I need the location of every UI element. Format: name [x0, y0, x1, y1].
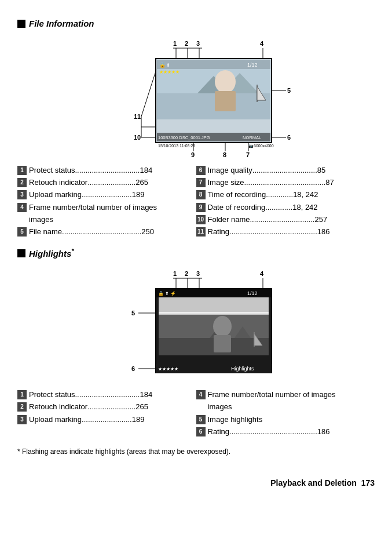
s2-info-text-4b: images — [208, 402, 371, 412]
svg-text:⬆: ⬆ — [166, 63, 170, 68]
info-text-11: Rating..................................… — [208, 227, 371, 237]
svg-rect-8 — [215, 91, 236, 111]
badge-9: 9 — [196, 203, 206, 212]
s2-info-row-6: 6 Rating................................… — [196, 427, 371, 437]
svg-text:📷6000x4000: 📷6000x4000 — [248, 143, 274, 148]
s2-badge-3: 3 — [17, 415, 27, 424]
svg-text:2: 2 — [185, 270, 188, 277]
s2-info-text-1: Protect status..........................… — [29, 390, 192, 400]
info-text-8: Time of recording.............18, 242 — [208, 190, 371, 200]
badge-6: 6 — [196, 166, 206, 175]
section1-header: File Information — [17, 17, 375, 30]
diagram1-container: 🔒 ⬆ 1/12 100B3300 DSC_0001.JPG NORMAL ★★… — [17, 35, 375, 157]
s2-info-text-5: Image highlights — [208, 414, 371, 425]
page-content: File Information — [17, 17, 375, 545]
svg-text:9: 9 — [191, 151, 195, 157]
svg-text:★★★★★: ★★★★★ — [158, 366, 178, 372]
footnote: * Flashing areas indicate highlights (ar… — [17, 447, 375, 457]
info-row-9: 9 Date of recording.............18, 242 — [196, 202, 371, 213]
svg-text:3: 3 — [196, 40, 200, 47]
svg-rect-4 — [157, 93, 270, 119]
svg-text:15/10/2013  11:03:25: 15/10/2013 11:03:25 — [158, 144, 195, 148]
section1-right-col: 6 Image quality.........................… — [196, 165, 375, 239]
s2-info-row-5: 5 Image highlights — [196, 414, 371, 425]
section2-left-col: 1 Protect status........................… — [17, 390, 196, 439]
badge-3: 3 — [17, 190, 27, 199]
info-row-10: 10 Folder name..........................… — [196, 214, 371, 225]
svg-point-7 — [215, 70, 236, 93]
s2-badge-1: 1 — [17, 390, 27, 399]
s2-info-row-3: 3 Upload marking........................… — [17, 414, 192, 425]
badge-8: 8 — [196, 190, 206, 199]
s2-info-text-2: Retouch indicator.......................… — [29, 402, 192, 412]
badge-4: 4 — [17, 203, 27, 212]
info-row-5: 4 images — [17, 214, 192, 225]
svg-text:4: 4 — [260, 270, 264, 277]
svg-text:★★★★★: ★★★★★ — [159, 70, 179, 75]
svg-text:7: 7 — [246, 151, 250, 157]
info-text-4b: images — [29, 214, 192, 225]
badge-10: 10 — [196, 215, 206, 224]
svg-text:🔒 ⬆ ⚡: 🔒 ⬆ ⚡ — [158, 290, 176, 296]
svg-text:1: 1 — [173, 40, 177, 47]
svg-text:1: 1 — [173, 270, 177, 277]
diagram1-wrapper: 🔒 ⬆ 1/12 100B3300 DSC_0001.JPG NORMAL ★★… — [92, 35, 301, 157]
info-row-6: 6 Image quality.........................… — [196, 165, 371, 176]
info-row-8: 8 Time of recording.............18, 242 — [196, 190, 371, 200]
section2-header: Highlights* — [17, 247, 375, 260]
badge-5: 5 — [17, 227, 27, 237]
info-text-5: File name...............................… — [29, 227, 192, 237]
s2-info-row-4: 4 Frame number/total number of images — [196, 390, 371, 400]
section1-info-table: 1 Protect status........................… — [17, 165, 375, 239]
info-row-1: 1 Protect status........................… — [17, 165, 192, 176]
svg-point-53 — [213, 316, 232, 337]
section2-info-table: 1 Protect status........................… — [17, 390, 375, 439]
s2-badge-5: 5 — [196, 415, 206, 424]
page-footer: Playback and Deletion 173 — [17, 468, 375, 489]
info-text-4: Frame number/total number of images — [29, 202, 192, 213]
section1-icon — [17, 20, 25, 28]
svg-text:🔒: 🔒 — [159, 61, 166, 68]
svg-rect-58 — [159, 312, 269, 314]
svg-text:1/12: 1/12 — [247, 62, 258, 68]
diagram2-wrapper: 🔒 ⬆ ⚡ 1/12 ★★★★★ Highlights 1 2 — [92, 265, 301, 381]
info-text-2: Retouch indicator.......................… — [29, 177, 192, 188]
section1-title: File Information — [29, 17, 94, 30]
footer-section: Playback and Deletion — [270, 478, 357, 487]
section2-icon — [17, 249, 25, 257]
svg-text:NORMAL: NORMAL — [243, 135, 261, 140]
diagram1-svg: 🔒 ⬆ 1/12 100B3300 DSC_0001.JPG NORMAL ★★… — [92, 35, 301, 157]
s2-info-text-3: Upload marking........................18… — [29, 414, 192, 425]
section2-title: Highlights* — [29, 247, 74, 260]
diagram2-svg: 🔒 ⬆ ⚡ 1/12 ★★★★★ Highlights 1 2 — [92, 265, 301, 381]
footer-page: 173 — [361, 478, 375, 487]
svg-text:5: 5 — [131, 310, 135, 316]
svg-text:2: 2 — [185, 40, 188, 47]
section2-right-col: 4 Frame number/total number of images 4 … — [196, 390, 375, 439]
svg-text:4: 4 — [260, 40, 264, 47]
info-row-11: 11 Rating...............................… — [196, 227, 371, 237]
badge-7: 7 — [196, 178, 206, 187]
info-row-4: 4 Frame number/total number of images — [17, 202, 192, 213]
svg-text:10: 10 — [134, 134, 141, 141]
svg-rect-54 — [214, 335, 231, 352]
badge-1: 1 — [17, 166, 27, 175]
svg-text:5: 5 — [287, 87, 291, 94]
s2-info-row-4b: 4 images — [196, 402, 371, 412]
info-text-3: Upload marking........................18… — [29, 190, 192, 200]
s2-info-text-6: Rating..................................… — [208, 427, 371, 437]
badge-2: 2 — [17, 178, 27, 187]
info-row-7: 7 Image size............................… — [196, 177, 371, 188]
svg-line-39 — [141, 71, 156, 117]
svg-text:8: 8 — [223, 151, 226, 157]
s2-badge-4: 4 — [196, 390, 206, 399]
svg-text:11: 11 — [134, 113, 141, 120]
s2-info-text-4: Frame number/total number of images — [208, 390, 371, 400]
svg-text:Highlights: Highlights — [231, 366, 254, 372]
info-text-7: Image size..............................… — [208, 177, 371, 188]
svg-text:6: 6 — [287, 134, 291, 141]
svg-text:6: 6 — [131, 365, 135, 372]
info-text-9: Date of recording.............18, 242 — [208, 202, 371, 213]
s2-badge-6: 6 — [196, 427, 206, 436]
badge-11: 11 — [196, 227, 206, 237]
